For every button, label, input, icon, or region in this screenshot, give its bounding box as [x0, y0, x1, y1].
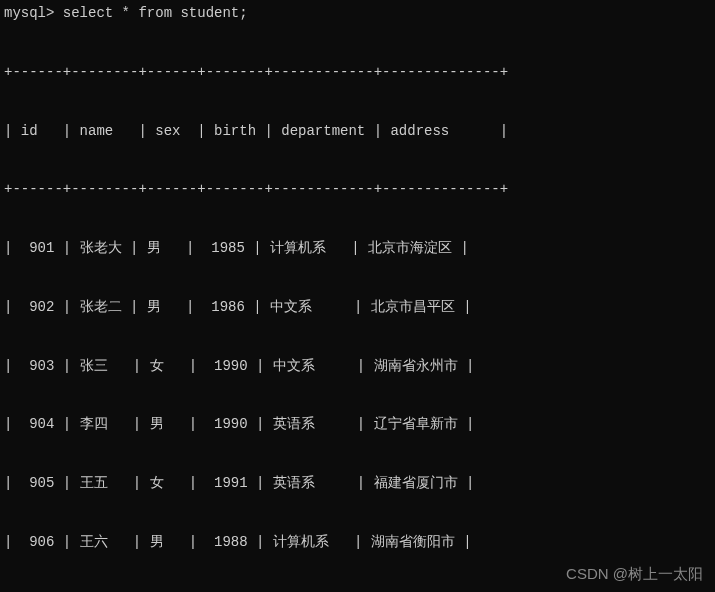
watermark: CSDN @树上一太阳	[566, 563, 703, 584]
table-header: | id | name | sex | birth | department |…	[4, 122, 711, 142]
table-student: +------+--------+------+-------+--------…	[4, 24, 711, 592]
sql-query-1: select * from student;	[63, 5, 248, 21]
table-border: +------+--------+------+-------+--------…	[4, 63, 711, 83]
table-border: +------+--------+------+-------+--------…	[4, 180, 711, 200]
table-row: | 902 | 张老二 | 男 | 1986 | 中文系 | 北京市昌平区 |	[4, 298, 711, 318]
prompt-label: mysql>	[4, 5, 63, 21]
table-row: | 901 | 张老大 | 男 | 1985 | 计算机系 | 北京市海淀区 |	[4, 239, 711, 259]
table-row: | 906 | 王六 | 男 | 1988 | 计算机系 | 湖南省衡阳市 |	[4, 533, 711, 553]
table-row: | 904 | 李四 | 男 | 1990 | 英语系 | 辽宁省阜新市 |	[4, 415, 711, 435]
mysql-prompt-1[interactable]: mysql> select * from student;	[4, 4, 711, 24]
terminal-output: mysql> select * from student; +------+--…	[4, 4, 711, 592]
table-row: | 903 | 张三 | 女 | 1990 | 中文系 | 湖南省永州市 |	[4, 357, 711, 377]
table-row: | 905 | 王五 | 女 | 1991 | 英语系 | 福建省厦门市 |	[4, 474, 711, 494]
